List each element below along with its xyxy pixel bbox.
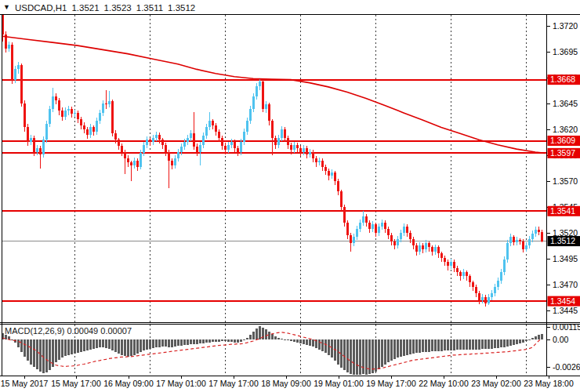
bull-candle — [205, 127, 208, 136]
bear-candle — [27, 127, 29, 141]
bull-candle — [318, 161, 321, 163]
bull-candle — [108, 101, 111, 104]
bull-candle — [462, 272, 465, 276]
bear-candle — [519, 240, 521, 241]
bear-candle — [466, 272, 468, 276]
bull-candle — [246, 121, 248, 131]
bear-candle — [469, 276, 471, 282]
bull-candle — [252, 96, 255, 109]
bear-candle — [118, 140, 120, 146]
bull-candle — [143, 145, 145, 154]
bull-candle — [425, 243, 427, 249]
bear-candle — [83, 125, 85, 129]
bull-candle — [419, 245, 421, 252]
bull-candle — [500, 272, 502, 281]
bull-candle — [494, 287, 496, 293]
bull-candle — [183, 142, 186, 147]
bull-candle — [152, 138, 154, 142]
bull-candle — [64, 111, 67, 117]
price-tick-label: 1.3570 — [553, 176, 578, 186]
bull-candle — [14, 69, 16, 79]
price-tick-label: 1.3620 — [553, 125, 578, 134]
bear-candle — [365, 216, 368, 223]
bull-candle — [516, 240, 518, 242]
bull-candle — [309, 152, 311, 154]
bear-candle — [324, 167, 327, 171]
macd-tick-label: 0.00 — [553, 335, 569, 344]
bear-candle — [171, 161, 173, 166]
bear-candle — [522, 241, 524, 250]
bull-candle — [180, 147, 183, 152]
bear-candle — [105, 103, 107, 104]
time-tick-label: 17 May 01:00 — [156, 379, 206, 388]
bull-candle — [434, 247, 437, 251]
bull-candle — [403, 227, 405, 233]
bear-candle — [340, 191, 343, 207]
bear-candle — [168, 152, 170, 161]
time-tick-label: 23 May 18:00 — [524, 379, 574, 388]
bull-candle — [99, 113, 101, 122]
bear-candle — [136, 161, 139, 167]
bear-candle — [290, 145, 292, 151]
bear-candle — [80, 119, 82, 125]
bear-candle — [343, 207, 346, 223]
bull-candle — [528, 239, 531, 245]
bear-candle — [33, 138, 35, 152]
bull-candle — [353, 237, 355, 243]
time-tick-label: 18 May 09:00 — [261, 379, 311, 388]
bull-candle — [497, 281, 499, 287]
bear-candle — [299, 148, 302, 152]
bull-candle — [259, 82, 261, 85]
bear-candle — [390, 235, 393, 241]
time-tick-label: 22 May 10:00 — [419, 379, 469, 388]
price-tick-label: 1.3720 — [553, 21, 578, 31]
bull-candle — [190, 133, 192, 137]
bear-candle — [24, 103, 26, 127]
bull-candle — [531, 234, 534, 239]
bear-candle — [350, 235, 352, 244]
bull-candle — [488, 297, 490, 303]
bear-candle — [149, 140, 151, 142]
bear-candle — [165, 145, 167, 152]
bear-candle — [71, 109, 73, 114]
bear-candle — [124, 152, 126, 158]
bear-candle — [193, 133, 195, 147]
bear-candle — [409, 233, 411, 239]
bear-candle — [315, 158, 317, 162]
bull-candle — [265, 104, 267, 108]
bear-candle — [459, 272, 462, 276]
time-tick-label: 15 May 2017 — [1, 379, 49, 388]
bear-candle — [268, 104, 270, 121]
bull-candle — [243, 132, 245, 142]
ohlc-low-value: 1.3511 — [136, 3, 163, 13]
bear-candle — [212, 121, 214, 125]
bear-candle — [415, 245, 418, 252]
bear-candle — [484, 297, 487, 303]
bull-candle — [362, 216, 364, 223]
bull-candle — [535, 230, 537, 234]
bear-candle — [86, 129, 89, 135]
bear-candle — [274, 138, 277, 145]
bull-candle — [36, 148, 38, 152]
bull-candle — [372, 224, 374, 228]
bear-candle — [55, 96, 57, 100]
bear-candle — [284, 129, 286, 138]
bear-candle — [475, 287, 477, 293]
bull-candle — [102, 103, 104, 113]
bear-candle — [472, 282, 474, 286]
symbol-dropdown-icon[interactable]: ▼ — [3, 4, 10, 11]
bull-candle — [202, 136, 205, 145]
bull-candle — [359, 223, 361, 229]
macd-tick-label: 0.00115 — [553, 322, 580, 332]
bear-candle — [221, 138, 223, 147]
ohlc-high-value: 1.3523 — [104, 3, 132, 13]
bull-candle — [177, 152, 179, 158]
bear-candle — [158, 135, 161, 140]
bull-candle — [397, 239, 399, 245]
bull-candle — [506, 243, 509, 260]
bear-candle — [384, 223, 386, 229]
bear-candle — [11, 45, 13, 80]
bull-candle — [45, 124, 48, 140]
bear-candle — [39, 148, 42, 154]
bull-candle — [240, 142, 242, 152]
